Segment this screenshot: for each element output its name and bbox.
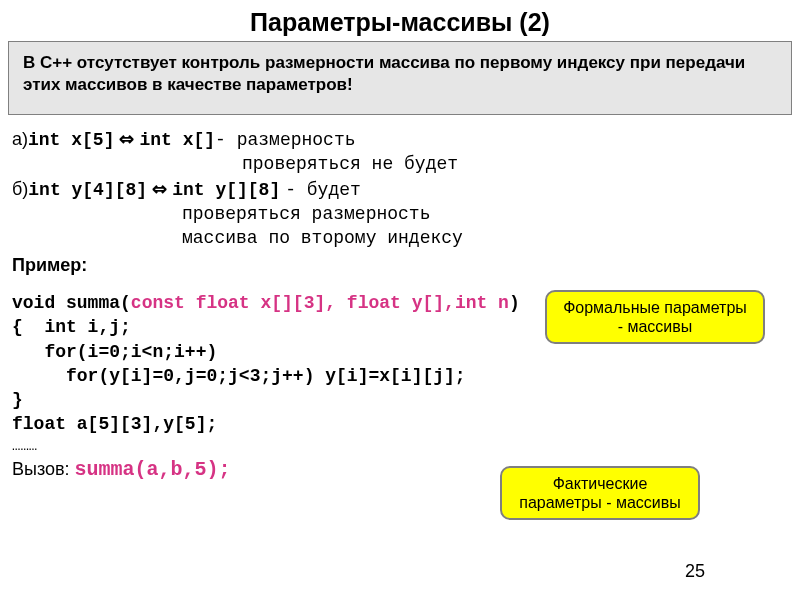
b-tail: - будет xyxy=(285,180,361,200)
code-l6: float a[5][3],y[5]; xyxy=(12,412,788,436)
a-code2: int x[] xyxy=(139,130,215,150)
callout-actual: Фактические параметры - массивы xyxy=(500,466,700,520)
a-prefix: а) xyxy=(12,129,28,149)
code-l1a: void summa( xyxy=(12,293,131,313)
a-tail: - размерность xyxy=(215,130,355,150)
a-arrow: ⇔ xyxy=(119,129,134,149)
slide: Параметры-массивы (2) В С++ отсутствует … xyxy=(0,0,800,600)
page-title: Параметры-массивы (2) xyxy=(0,0,800,41)
call-label: Вызов: xyxy=(12,459,75,479)
a-code1: int x[5] xyxy=(28,130,114,150)
line-a2: проверяться не будет xyxy=(12,152,788,176)
infobox: В С++ отсутствует контроль размерности м… xyxy=(8,41,792,115)
example-label: Пример: xyxy=(12,253,788,277)
b-code2: int y[][8] xyxy=(172,180,280,200)
code-l5: } xyxy=(12,388,788,412)
code-l1b: const float x[][3], float y[],int n xyxy=(131,293,509,313)
line-b1: б)int y[4][8] ⇔ int y[][8] - будет xyxy=(12,177,788,202)
line-b2: проверяться размерность xyxy=(12,202,788,226)
code-l4: for(y[i]=0,j=0;j<3;j++) y[i]=x[i][j]; xyxy=(12,364,788,388)
code-l1c: ) xyxy=(509,293,520,313)
page-number: 25 xyxy=(685,561,705,582)
callout-formal: Формальные параметры - массивы xyxy=(545,290,765,344)
line-a1: а)int x[5] ⇔ int x[]- размерность xyxy=(12,127,788,152)
b-prefix: б) xyxy=(12,179,28,199)
b-arrow: ⇔ xyxy=(152,179,167,199)
call-expr: summa(a,b,5); xyxy=(75,458,231,481)
code-l7: ……… xyxy=(12,437,788,456)
b-code1: int y[4][8] xyxy=(28,180,147,200)
line-b3: массива по второму индексу xyxy=(12,226,788,250)
